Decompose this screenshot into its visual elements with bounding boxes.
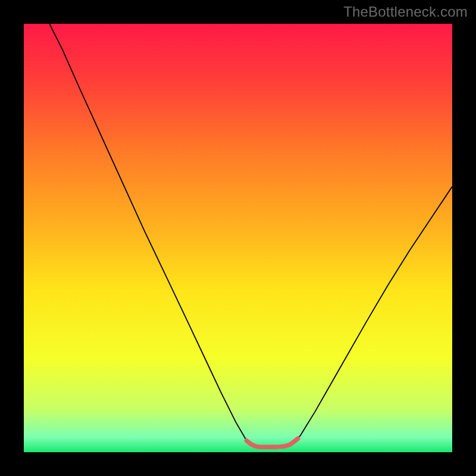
gradient-background <box>24 24 452 452</box>
chart-frame: TheBottleneck.com <box>0 0 476 476</box>
watermark-text: TheBottleneck.com <box>343 4 468 20</box>
plot-area <box>24 24 452 452</box>
plot-svg <box>24 24 452 452</box>
